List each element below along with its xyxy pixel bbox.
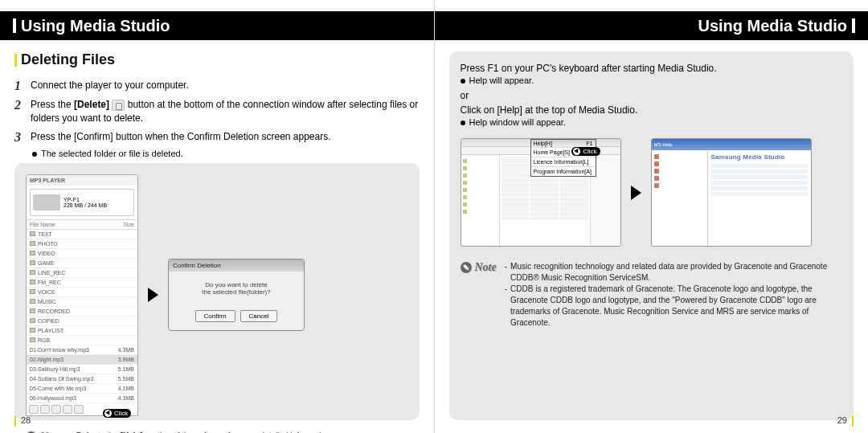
page-spread: Using Media Studio Deleting Files 1 Conn… [0,0,868,433]
device-box: YP-F1 228 MB / 244 MB [30,189,134,216]
step-body: Connect the player to your computer. [31,79,420,93]
toolbar-button[interactable] [40,405,50,414]
step2-bold: [Delete] [74,99,109,110]
help-tree-pane [652,150,708,246]
click-badge-label: Click [583,148,596,155]
col-name: File Name [30,222,55,227]
right-page: Using Media Studio Press F1 on your PC's… [434,0,869,433]
header-bar-left: Using Media Studio [0,11,434,40]
folder-item: VIDEO [27,249,137,259]
dialog-buttons: Confirm Cancel [169,305,304,330]
dialog-line1: Do you want to delete [175,281,297,288]
note-icon: ✎ [461,262,472,273]
note-label: Note [40,431,62,433]
cancel-button[interactable]: Cancel [240,310,278,322]
header-bar-right: Using Media Studio [435,11,869,40]
folder-item: VOICE [27,288,137,297]
help-window-title: MS Help [652,139,811,150]
sub-bullet-text: The selected folder or file is deleted. [41,149,183,158]
header-title-right: Using Media Studio [698,17,847,35]
folder-item: PHOTO [27,239,137,249]
step-number: 3 [14,130,31,145]
folder-item: LINE_REC [27,268,137,278]
folder-item: TEXT [27,230,137,239]
step-number: 2 [14,98,31,125]
delete-icon [112,100,125,111]
note-badge: ✎ Note [26,431,62,433]
help-popup-title: Help[H] [534,141,552,146]
confirm-button[interactable]: Confirm [195,310,235,322]
click-badge: Click [103,409,131,418]
note-text: Music recognition technology and related… [505,261,842,329]
file-item: 06-Hollywood.mp34.3MB [27,394,137,403]
column-headers: File Name Size [27,219,137,230]
step-1: 1 Connect the player to your computer. [14,79,420,93]
left-pane [461,155,500,246]
header-accent-bar [13,18,16,33]
col-size: Size [123,222,134,227]
help-popup-item[interactable]: Licence Information[L] [531,157,596,166]
file-item-selected: 02-Night.mp33.9MB [27,355,137,365]
help-content-pane: Samsung Media Studio [708,150,811,246]
mp3-wrapper: MP3 PLAYER YP-F1 228 MB / 244 MB File Na… [26,174,138,416]
step-body: Press the [Delete] button at the bottom … [31,98,420,125]
note-label: Note [475,261,497,274]
help-popup-item[interactable]: Home Page[S] Click [531,147,596,157]
figure-left: MP3 PLAYER YP-F1 228 MB / 244 MB File Na… [14,163,420,420]
section-title-text: Deleting Files [21,51,115,68]
click-badge-label: Click [114,410,128,417]
right-line2: Click on [Help] at the top of Media Stud… [461,104,717,116]
click-badge: Click [571,147,600,156]
device-info: YP-F1 228 MB / 244 MB [63,197,107,208]
app-window: Help[H] F1 Home Page[S] Click Licence In… [461,138,621,247]
folder-item: COPIED [27,317,137,326]
page-number-left: 28 [21,415,31,425]
right-line1: Press F1 on your PC's keyboard after sta… [461,63,717,74]
note-item: CDDB is a registered trademark of Gracen… [510,284,842,329]
folder-item: RECORDED [27,307,137,317]
file-list: 01-Don't know why.mp34.3MB 02-Night.mp33… [27,345,137,403]
note-text: Refer to the [Help] section of the softw… [70,431,332,433]
folder-item: GAME [27,259,137,268]
figure-row: MP3 PLAYER YP-F1 228 MB / 244 MB File Na… [26,174,305,416]
dialog-body: Do you want to delete the selected file(… [169,272,304,305]
help-brand: Samsung Media Studio [711,153,808,161]
toolbar-button[interactable] [29,405,39,414]
note-item: Music recognition technology and related… [510,261,842,284]
right-bullet2: Help window will appear. [461,117,717,127]
toolbar-button[interactable] [63,405,72,414]
toolbar-button[interactable] [51,405,61,414]
sub-bullet: The selected folder or file is deleted. [32,149,420,158]
mp3-panel: MP3 PLAYER YP-F1 228 MB / 244 MB File Na… [26,174,138,416]
dialog-title: Confirm Deletion [169,259,304,272]
right-intro: Press F1 on your PC's keyboard after sta… [461,63,717,132]
step-number: 1 [14,79,31,93]
figure-row-right: Help[H] F1 Home Page[S] Click Licence In… [461,138,812,247]
device-capacity: 228 MB / 244 MB [63,202,107,208]
step2-pre: Press the [31,99,74,110]
device-thumbnail [33,194,60,210]
step-3: 3 Press the [Confirm] button when the Co… [14,130,420,145]
help-popup-title-row: Help[H] F1 [531,140,596,147]
mp3-panel-title: MP3 PLAYER [27,175,137,186]
help-popup-item[interactable]: Program Information[A] [531,166,596,176]
folder-item: PLAYLIST [27,326,137,336]
file-item: 05-Come with Me.mp34.1MB [27,384,137,394]
arrow-right-icon [148,288,158,302]
help-menu-popup: Help[H] F1 Home Page[S] Click Licence In… [530,139,596,177]
step-2: 2 Press the [Delete] button at the botto… [14,98,420,125]
folder-item: FM_REC [27,278,137,288]
file-item: 04-Sultans Of Swing.mp35.5MB [27,374,137,384]
page-number-accent [852,415,854,427]
page-number-accent [14,415,16,427]
left-page: Using Media Studio Deleting Files 1 Conn… [0,0,434,433]
or-text: or [461,90,717,101]
toolbar-button[interactable] [74,405,84,414]
folder-list: TEXT PHOTO VIDEO GAME LINE_REC FM_REC VO… [27,230,137,345]
file-item: 01-Don't know why.mp34.3MB [27,345,137,355]
section-title: Deleting Files [14,51,420,68]
help-window: MS Help Samsung Media Studio [651,138,812,247]
help-window-body: Samsung Media Studio [652,150,811,246]
step-body: Press the [Confirm] button when the Conf… [31,130,420,145]
folder-item: RGB [27,336,137,345]
